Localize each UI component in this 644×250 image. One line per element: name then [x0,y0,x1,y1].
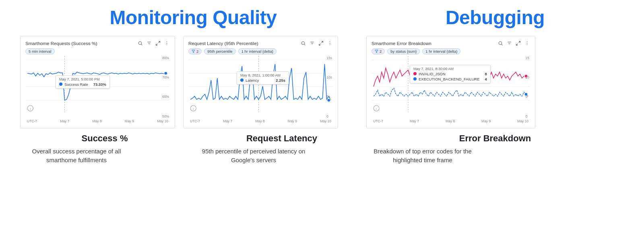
status-chip[interactable]: by status (sum) [387,48,420,54]
x-may9: May 9 [125,119,134,123]
monitoring-charts: Smarthome Requests (Success %) [20,36,366,128]
x-may8: May 8 [93,119,102,123]
x-may7: May 7 [60,119,69,123]
more-icon[interactable] [163,40,170,47]
svg-line-6 [156,44,157,45]
svg-line-42 [518,41,520,43]
svg-line-19 [304,44,305,45]
success-rate-card: Smarthome Requests (Success %) [20,36,175,128]
latency-svg: i [188,56,333,112]
svg-point-27 [329,45,330,45]
monitoring-section: Monitoring Quality Smarthome Requests (S… [20,7,366,165]
latency-y-labels: 15s 10s 5s 0 [326,56,332,118]
percentile-chip[interactable]: 95th percentile [204,48,235,54]
svg-marker-47 [375,50,378,53]
y-0-err: 0 [526,114,529,118]
x-utc-lat: UTC-7 [190,119,200,123]
svg-point-0 [138,41,142,45]
latency-title: Request Latency (95th Percentile) [188,41,258,46]
search-icon-lat[interactable] [300,40,306,47]
fullscreen-icon-lat[interactable] [318,40,324,47]
x-may7-lat: May 7 [223,119,232,123]
svg-point-18 [301,41,305,45]
interval-chip-lat[interactable]: 1 hr interval (delta) [238,48,277,54]
x-may7-err: May 7 [410,119,419,123]
error-chips: 2 by status (sum) 1 hr interval (delta) [372,48,530,54]
success-rate-label: Success % Overall success percentage of … [20,133,189,165]
svg-line-1 [141,44,142,45]
svg-line-38 [502,44,502,45]
svg-point-25 [329,41,330,42]
more-icon-err[interactable] [524,40,530,47]
x-may10: May 10 [157,119,168,123]
search-icon-err[interactable] [497,40,504,47]
svg-text:i: i [30,107,31,111]
monitoring-title: Monitoring Quality [20,7,366,29]
error-breakdown-label-desc: Breakdown of top error codes for the hig… [366,147,479,165]
debugging-charts: Smarthome Error Breakdown [366,36,624,128]
latency-x-labels: UTC-7 May 7 May 8 May 9 May 10 [188,119,333,123]
fullscreen-icon[interactable] [155,40,161,47]
debugging-title: Debugging [366,7,624,29]
debugging-header: Debugging [366,7,624,29]
y-10: 10 [526,75,529,79]
success-rate-y-labels: 80% 70% 60% 50% [162,56,169,118]
y-10s: 10s [326,75,332,79]
success-rate-svg: i [25,56,170,112]
x-utc: UTC-7 [27,119,37,123]
fullscreen-icon-err[interactable] [515,40,521,47]
error-y-labels: 15 10 5 0 [526,56,529,118]
filter-icon-lat[interactable] [309,40,315,47]
y-5s: 5s [326,95,332,99]
y-5: 5 [526,95,529,99]
debugging-section: Debugging Smarthome Error Breakdown [366,7,624,165]
search-icon[interactable] [137,40,143,47]
x-may9-err: May 9 [481,119,491,123]
svg-line-5 [158,41,160,43]
x-may10-lat: May 10 [320,119,331,123]
debugging-label: Error Breakdown Breakdown of top error c… [366,133,624,165]
error-breakdown-chart-area: i 15 10 5 0 May 7, 2021, 8:30:00 AM INVA… [372,56,530,118]
success-rate-chart-area: i 80% 70% 60% 50% May 7, 2021, 5:00:00 P… [25,56,170,118]
y-label-60: 60% [162,95,169,99]
error-breakdown-header: Smarthome Error Breakdown [372,40,530,47]
success-rate-label-desc: Overall success percentage of all smarth… [20,147,133,165]
error-breakdown-title: Smarthome Error Breakdown [372,41,431,46]
y-label-70: 70% [162,75,169,79]
success-rate-title: Smarthome Requests (Success %) [25,41,97,46]
y-0: 0 [326,114,332,118]
svg-line-24 [319,44,320,45]
svg-point-45 [526,43,527,44]
latency-chart-area: i 15s 10s 5s 0 May 8, 2021, 1:00:00 AM L… [188,56,333,118]
success-rate-header: Smarthome Requests (Success %) [25,40,170,47]
svg-point-9 [166,45,167,45]
y-label-80: 80% [162,56,169,60]
interval-chip[interactable]: 5 min interval [25,48,55,54]
latency-label-desc: 95th percentile of perceived latency on … [197,147,310,165]
monitoring-labels: Success % Overall success percentage of … [20,133,366,165]
svg-text:i: i [193,107,194,111]
x-utc-err: UTC-7 [373,119,383,123]
svg-marker-28 [192,50,195,53]
latency-label-title: Request Latency [197,133,366,144]
error-breakdown-icons [497,40,530,47]
filter-chip-lat[interactable]: 2 [188,48,202,54]
latency-chips: 2 95th percentile 1 hr interval (delta) [188,48,333,54]
error-breakdown-card: Smarthome Error Breakdown [366,36,535,128]
filter-icon-err[interactable] [506,40,512,47]
latency-label: Request Latency 95th percentile of perce… [197,133,366,165]
filter-chip-err[interactable]: 2 [372,48,385,54]
svg-point-44 [526,41,527,42]
y-15s: 15s [326,56,332,60]
interval-chip-err[interactable]: 1 hr interval (delta) [422,48,460,54]
filter-icon[interactable] [146,40,152,47]
error-breakdown-label-title: Error Breakdown [366,133,624,144]
more-icon-lat[interactable] [326,40,333,47]
x-may9-lat: May 9 [288,119,297,123]
success-rate-icons [137,40,170,47]
error-x-labels: UTC-7 May 7 May 8 May 9 May 10 [372,119,530,123]
success-rate-label-title: Success % [20,133,189,144]
error-breakdown-label: Error Breakdown Breakdown of top error c… [366,133,624,165]
svg-point-46 [526,45,527,45]
svg-text:i: i [376,107,377,111]
